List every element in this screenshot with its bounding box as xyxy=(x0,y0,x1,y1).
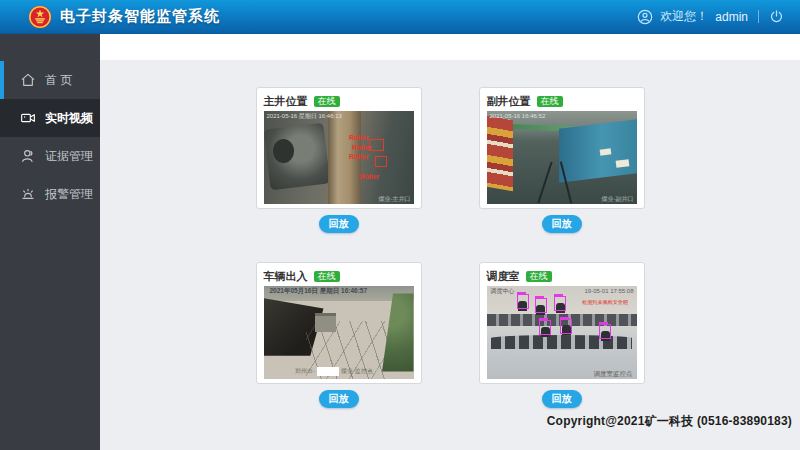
sidebar-item-live-video[interactable]: 实时视频 xyxy=(0,99,100,137)
feed-watermark: 郑州市- 煤业-监控点 xyxy=(295,367,373,376)
scene-rail xyxy=(537,162,552,203)
feed-watermark: 煤业-副井口 xyxy=(602,196,634,202)
camera-title: 车辆出入 xyxy=(264,269,308,284)
face-detection-box xyxy=(517,294,529,309)
feed-watermark: 煤业-主井口 xyxy=(379,196,411,202)
detection-label: Roller xyxy=(352,144,372,151)
welcome-text: 欢迎您！ xyxy=(660,8,708,25)
online-status-badge: 在线 xyxy=(537,96,563,107)
detection-label: Roller xyxy=(349,153,369,160)
playback-button[interactable]: 回放 xyxy=(319,215,359,233)
camera-card: 车辆出入 在线 2021年05月16日 星期日 16:46:57 郑州市- 煤业… xyxy=(256,262,422,384)
content-topbar xyxy=(100,33,800,60)
online-status-badge: 在线 xyxy=(526,271,552,282)
sidebar-item-evidence[interactable]: 证据管理 xyxy=(0,137,100,175)
sidebar-item-alarm[interactable]: 报警管理 xyxy=(0,175,100,213)
face-detection-box xyxy=(560,319,572,334)
app-title: 电子封条智能监管系统 xyxy=(60,7,220,26)
face-detection-box xyxy=(599,324,611,339)
watermark-redaction-box xyxy=(317,367,339,376)
feed-corner-label: 调度中心 xyxy=(491,288,515,294)
watermark-prefix: 郑州市- xyxy=(295,367,315,376)
sidebar-nav: 首 页 实时视频 证据管理 报警管理 xyxy=(0,33,100,450)
camera-title: 调度室 xyxy=(487,269,520,284)
camera-feed-thumbnail[interactable]: Roller Roller Roller Roller 2021-05-16 星… xyxy=(264,111,414,204)
video-camera-icon xyxy=(20,110,36,126)
camera-title: 副井位置 xyxy=(487,94,531,109)
feed-timestamp: 19-05-01 17:55:08 xyxy=(584,288,633,294)
camera-card: 副井位置 在线 2021-05-16 16:46:52 煤业-副井口 xyxy=(479,87,645,209)
user-avatar-icon[interactable] xyxy=(637,9,653,25)
camera-feed-thumbnail[interactable]: 2021年05月16日 星期日 16:46:57 郑州市- 煤业-监控点 xyxy=(264,286,414,379)
sidebar-item-home[interactable]: 首 页 xyxy=(0,61,100,99)
sidebar-active-strip xyxy=(0,61,4,99)
scene-wall xyxy=(559,119,637,183)
detection-label: Roller xyxy=(349,134,369,141)
camera-cell-main-shaft: 主井位置 在线 Roller Roller Roller Roller 2021… xyxy=(256,87,422,233)
face-detection-box xyxy=(554,296,566,311)
online-status-badge: 在线 xyxy=(314,271,340,282)
copyright-text: Copyright@2021矿一科技 (0516-83890183) xyxy=(547,413,792,430)
main-content: 主井位置 在线 Roller Roller Roller Roller 2021… xyxy=(100,60,800,450)
national-emblem-logo xyxy=(28,5,52,29)
detection-label: Roller xyxy=(360,173,380,180)
playback-button[interactable]: 回放 xyxy=(542,390,582,408)
home-icon xyxy=(20,72,36,88)
camera-feed-thumbnail[interactable]: 调度中心 19-05-01 17:55:08 检测到未佩戴安全帽 调度室监控点 xyxy=(487,286,637,379)
scene-banners xyxy=(487,116,513,191)
scene-gear xyxy=(273,139,294,163)
camera-cell-aux-shaft: 副井位置 在线 2021-05-16 16:46:52 煤业-副井口 回放 xyxy=(479,87,645,233)
camera-card: 主井位置 在线 Roller Roller Roller Roller 2021… xyxy=(256,87,422,209)
sidebar-item-label: 实时视频 xyxy=(45,110,93,127)
scene-building xyxy=(315,313,336,332)
sidebar-item-label: 报警管理 xyxy=(45,186,93,203)
camera-card: 调度室 在线 调 xyxy=(479,262,645,384)
feed-timestamp: 2021年05月16日 星期日 16:46:57 xyxy=(270,288,368,295)
camera-title: 主井位置 xyxy=(264,94,308,109)
face-detection-box xyxy=(539,320,551,335)
camera-cell-dispatch-room: 调度室 在线 调 xyxy=(479,262,645,408)
alarm-icon xyxy=(20,186,36,202)
online-status-badge: 在线 xyxy=(314,96,340,107)
face-detection-box xyxy=(535,298,547,313)
camera-grid: 主井位置 在线 Roller Roller Roller Roller 2021… xyxy=(256,87,645,408)
sidebar-item-label: 首 页 xyxy=(45,72,72,89)
camera-feed-thumbnail[interactable]: 2021-05-16 16:46:52 煤业-副井口 xyxy=(487,111,637,204)
username-text: admin xyxy=(715,10,748,24)
feed-alert-text: 检测到未佩戴安全帽 xyxy=(582,300,628,305)
sidebar-item-label: 证据管理 xyxy=(45,148,93,165)
playback-button[interactable]: 回放 xyxy=(542,215,582,233)
watermark-suffix: 煤业-监控点 xyxy=(341,367,373,376)
feed-timestamp: 2021-05-16 16:46:52 xyxy=(490,113,546,119)
feed-watermark: 调度室监控点 xyxy=(594,371,633,378)
detection-box xyxy=(375,156,387,167)
camera-cell-vehicle-gate: 车辆出入 在线 2021年05月16日 星期日 16:46:57 郑州市- 煤业… xyxy=(256,262,422,408)
header-divider xyxy=(758,10,759,23)
feed-timestamp: 2021-05-16 星期日 16:46:13 xyxy=(267,113,342,119)
user-icon xyxy=(20,148,36,164)
app-header: 电子封条智能监管系统 欢迎您！ admin xyxy=(0,0,800,34)
playback-button[interactable]: 回放 xyxy=(319,390,359,408)
logout-power-icon[interactable] xyxy=(769,9,784,24)
